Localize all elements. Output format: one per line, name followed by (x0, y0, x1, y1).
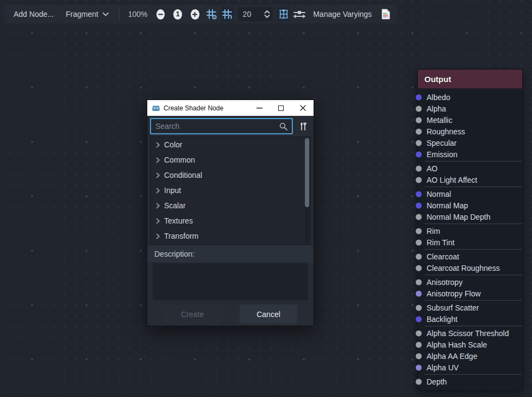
toggle-grid-button[interactable] (205, 7, 218, 22)
tree-item-conditional[interactable]: Conditional (151, 168, 310, 183)
output-node-header[interactable]: Output (418, 70, 522, 89)
tree-item-label: Scalar (164, 201, 186, 210)
port-label: Normal Map (427, 201, 468, 210)
tree-scrollbar-thumb[interactable] (305, 138, 309, 207)
port-group-separator (424, 249, 522, 250)
tree-item-scalar[interactable]: Scalar (151, 198, 310, 213)
port-row-roughness: Roughness (418, 126, 522, 137)
tree-item-color[interactable]: Color (151, 137, 310, 152)
zoom-in-button[interactable] (191, 9, 199, 20)
port-row-alpha-scissor-threshold: Alpha Scissor Threshold (418, 327, 522, 339)
tree-item-common[interactable]: Common (151, 152, 310, 168)
tree-scrollbar[interactable] (305, 138, 309, 243)
port-connector-vec3[interactable] (416, 202, 422, 208)
maximize-button[interactable] (270, 100, 292, 116)
port-connector-float[interactable] (416, 128, 422, 134)
node-category-tree[interactable]: ColorCommonConditionalInputScalarTexture… (150, 137, 311, 245)
view-shader-code-button[interactable] (379, 7, 392, 22)
tree-item-label: Color (164, 140, 182, 149)
snap-distance-value: 20 (241, 10, 265, 18)
port-connector-float[interactable] (416, 177, 422, 183)
port-row-clearcoat-roughness: Clearcoat Roughness (418, 262, 522, 274)
port-connector-float[interactable] (416, 117, 422, 123)
zoom-out-button[interactable] (157, 9, 165, 20)
cancel-button[interactable]: Cancel (240, 305, 297, 324)
port-label: Roughness (427, 127, 465, 136)
port-connector-vec3[interactable] (416, 151, 422, 157)
chevron-right-icon[interactable] (156, 172, 160, 178)
tree-item-label: Transform (164, 232, 198, 240)
dialog-titlebar[interactable]: Create Shader Node (147, 100, 314, 116)
port-group-separator (424, 187, 522, 187)
port-row-normal-map-depth: Normal Map Depth (418, 211, 522, 222)
port-row-specular: Specular (418, 137, 522, 148)
port-row-anisotropy-flow: Anisotropy Flow (418, 288, 522, 299)
shader-file-icon (381, 9, 391, 20)
port-label: Emission (427, 150, 458, 159)
snap-distance-spinbox[interactable]: 20 (238, 7, 273, 21)
search-options-button[interactable] (296, 118, 311, 134)
port-connector-float[interactable] (416, 379, 422, 384)
port-row-rim-tint: Rim Tint (418, 237, 522, 248)
port-connector-float[interactable] (416, 106, 422, 111)
port-label: Alpha AA Edge (427, 352, 477, 361)
spinbox-updown-icon[interactable] (264, 10, 270, 18)
port-connector-float[interactable] (416, 214, 422, 220)
port-connector-float[interactable] (416, 165, 422, 171)
chevron-right-icon[interactable] (156, 203, 160, 209)
search-field[interactable] (150, 118, 293, 134)
port-group-separator (424, 161, 522, 162)
port-connector-float[interactable] (416, 330, 422, 336)
port-connector-vec3[interactable] (416, 94, 422, 100)
snap-to-grid-button[interactable] (221, 7, 234, 22)
port-connector-float[interactable] (416, 239, 422, 245)
add-node-button[interactable]: Add Node... (9, 8, 59, 21)
port-row-rim: Rim (418, 225, 522, 237)
tree-item-textures[interactable]: Textures (151, 213, 310, 228)
grid-settings-icon (206, 9, 217, 20)
minimize-button[interactable] (248, 100, 270, 116)
port-connector-float[interactable] (416, 342, 422, 348)
chevron-right-icon[interactable] (156, 188, 160, 194)
arrange-nodes-button[interactable] (292, 7, 306, 22)
port-label: AO Light Affect (427, 176, 477, 184)
port-connector-vec3[interactable] (416, 191, 422, 197)
port-connector-float[interactable] (416, 140, 422, 146)
port-connector-float[interactable] (416, 253, 422, 259)
port-label: Alpha UV (427, 363, 459, 372)
manage-varyings-button[interactable]: Manage Varyings (308, 8, 377, 21)
create-button[interactable]: Create (164, 305, 221, 324)
graph-toolbar: Add Node... Fragment 100% 1 (4, 5, 397, 23)
tree-item-transform[interactable]: Transform (151, 228, 310, 244)
port-label: Clearcoat Roughness (427, 264, 500, 272)
chevron-right-icon[interactable] (156, 142, 160, 148)
port-label: Albedo (427, 93, 450, 102)
port-connector-float[interactable] (416, 228, 422, 234)
port-connector-float[interactable] (416, 353, 422, 359)
port-connector-vec3[interactable] (416, 316, 422, 322)
chevron-right-icon[interactable] (156, 157, 160, 163)
port-connector-vec2[interactable] (416, 290, 422, 296)
chevron-right-icon[interactable] (156, 233, 160, 239)
output-node-title: Output (424, 75, 451, 84)
output-node[interactable]: Output AlbedoAlphaMetallicRoughnessSpecu… (417, 69, 523, 390)
port-row-normal: Normal (418, 188, 522, 200)
search-input[interactable] (155, 122, 279, 131)
port-connector-float[interactable] (416, 279, 422, 285)
manage-varyings-label: Manage Varyings (313, 10, 372, 18)
port-row-ao-light-affect: AO Light Affect (418, 174, 522, 185)
port-group-separator (424, 374, 522, 375)
port-connector-vec2[interactable] (416, 364, 422, 370)
zoom-reset-button[interactable]: 1 (173, 9, 182, 20)
add-node-label: Add Node... (14, 10, 54, 18)
tree-item-label: Conditional (164, 171, 202, 179)
port-connector-float[interactable] (416, 265, 422, 271)
horizontal-sliders-icon (293, 9, 305, 20)
port-connector-float[interactable] (416, 305, 422, 311)
preview-shader-button[interactable] (277, 7, 290, 22)
tree-item-input[interactable]: Input (151, 183, 310, 198)
port-row-clearcoat: Clearcoat (418, 251, 522, 262)
chevron-right-icon[interactable] (156, 218, 160, 224)
shader-mode-dropdown[interactable]: Fragment (61, 8, 114, 21)
close-button[interactable] (292, 100, 314, 116)
